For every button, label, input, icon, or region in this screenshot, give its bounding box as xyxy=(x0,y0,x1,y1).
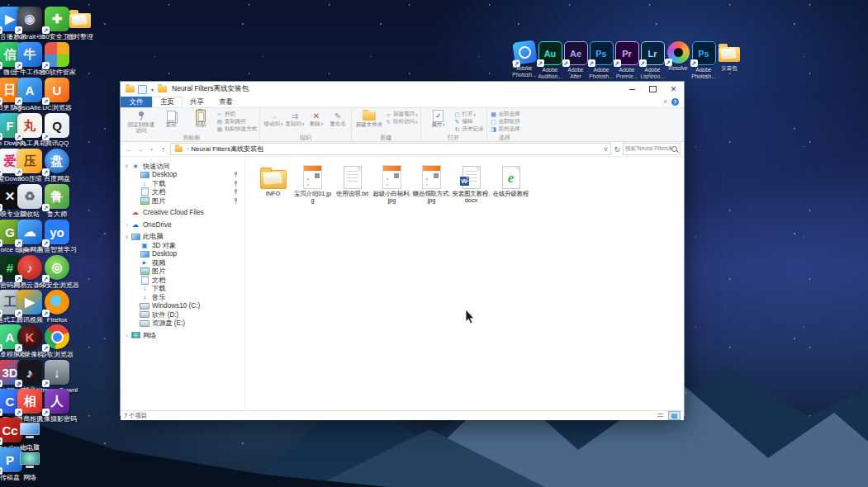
desktop-icon-this-pc[interactable]: 此电脑 xyxy=(7,418,53,452)
desktop-icon-firefox[interactable]: ↗Firefox xyxy=(34,290,80,324)
nav-资源盘 (E:)[interactable]: 资源盘 (E:) xyxy=(121,319,244,329)
address-dropdown-icon[interactable]: ∨ xyxy=(604,145,609,153)
nav-下载[interactable]: 下载 xyxy=(121,179,244,188)
up-button[interactable]: ↑ xyxy=(159,145,168,154)
desktop-icon-davinci-resolve[interactable]: ↗Resolve xyxy=(665,41,691,72)
forward-button[interactable]: → xyxy=(135,145,145,154)
desktop-icon-adobe-audition[interactable]: Au↗Adobe Audition... xyxy=(537,41,563,79)
nav-Desktop[interactable]: Desktop xyxy=(121,250,244,259)
title-bar[interactable]: ▾ Neural Filters离线安装包 ✕ xyxy=(121,82,684,97)
temp-folder-icon xyxy=(68,7,92,31)
desktop-icon-label: Adobe Photosh... xyxy=(588,67,614,79)
file-item[interactable]: 赠品领取方式.jpg xyxy=(412,162,451,205)
nav-network[interactable]: ›网络 xyxy=(121,331,244,340)
copy-button[interactable]: 复制 xyxy=(156,109,186,127)
shortcut-arrow-badge: ↗ xyxy=(15,380,22,387)
desktop-icon-label: Adobe After Effects CC... xyxy=(562,67,589,80)
recent-locations-icon[interactable]: ▾ xyxy=(147,146,156,152)
nav-下载[interactable]: 下载 xyxy=(121,285,244,294)
nav-item-label: Windows10 (C:) xyxy=(152,302,200,310)
desktop-icon-adobe-lightroom[interactable]: Lr↗Adobe Lightroo... xyxy=(639,41,666,79)
desktop-icon-label: Adobe Premie... xyxy=(614,67,640,79)
history-button[interactable]: ↻历史记录 xyxy=(453,125,484,133)
help-icon[interactable]: ? xyxy=(671,98,679,106)
tab-home[interactable]: 主页 xyxy=(152,97,183,107)
nav-图片[interactable]: 图片 xyxy=(121,267,244,277)
nav-quick-access[interactable]: ∨快速访问 xyxy=(121,162,244,171)
copy-to-button[interactable]: ⇉复制到▾ xyxy=(284,109,306,128)
thumbnail-view-button[interactable] xyxy=(668,411,681,420)
explorer-body: ∨快速访问Desktop下载文档图片Creative Cloud Files›O… xyxy=(121,157,684,410)
close-button[interactable]: ✕ xyxy=(663,82,684,97)
list-view-button[interactable] xyxy=(654,411,666,420)
nav-视频[interactable]: 视频 xyxy=(121,258,244,267)
desktop-icon-installer-folder[interactable]: 安装包 xyxy=(716,41,742,72)
desktop-icon-baidu-pan[interactable]: 盘↗百度网盘 xyxy=(34,149,80,182)
new-item-button[interactable]: ▱新建项目▾ xyxy=(384,111,418,118)
nav-onedrive[interactable]: ›OneDrive xyxy=(121,220,244,229)
quick-access-customize-icon[interactable]: ▾ xyxy=(151,87,154,92)
desktop-icon-360-manager[interactable]: ↗360软件管家 xyxy=(34,42,80,76)
refresh-icon[interactable]: ↻ xyxy=(614,145,620,154)
delete-button[interactable]: ✕删除▾ xyxy=(306,109,327,128)
desktop-icon-chrome[interactable]: ↗谷歌浏览器 xyxy=(34,324,80,358)
desktop-icon-adobe-photoshop-camera[interactable]: ↗Adobe Photosh... xyxy=(511,41,538,78)
file-menu-button[interactable]: 文件 xyxy=(121,97,152,107)
file-item[interactable]: W安装图文教程.docx xyxy=(452,162,491,205)
new-folder-button[interactable]: 新建文件夹 xyxy=(354,109,384,127)
search-box[interactable]: 搜索"Neural Filters离线安装... xyxy=(623,143,681,155)
desktop-icon-ludashi[interactable]: 鲁↗鲁大师 xyxy=(34,184,80,218)
desktop-icon-uc-browser[interactable]: U↗UC浏览器 xyxy=(34,78,80,111)
back-button[interactable]: ← xyxy=(124,145,133,154)
file-item[interactable]: 超级小白福利.jpg xyxy=(372,162,411,205)
minimize-button[interactable] xyxy=(622,82,643,97)
desktop-icon-adobe-photoshop-2[interactable]: Ps↗Adobe Photosh... xyxy=(690,41,717,79)
nav-文档[interactable]: 文档 xyxy=(121,188,244,197)
file-item[interactable]: 宝贝介绍01.jpg xyxy=(293,162,332,205)
desktop-icon-adobe-photoshop[interactable]: Ps↗Adobe Photosh... xyxy=(588,41,614,79)
nav-Desktop[interactable]: Desktop xyxy=(121,171,244,180)
shortcut-arrow-badge: ↗ xyxy=(614,59,621,67)
select-all-button[interactable]: ▦全部选择 xyxy=(490,111,520,118)
file-item[interactable]: e在线升级教程 xyxy=(491,162,530,197)
pin-to-quick-access-button[interactable]: 固定到快速访问 xyxy=(126,109,156,133)
invert-selection-button[interactable]: ◨反向选择 xyxy=(490,125,520,133)
nav-图片[interactable]: 图片 xyxy=(121,196,244,206)
file-item[interactable]: 使用说明.txt xyxy=(333,162,372,197)
paste-button[interactable]: 粘贴 xyxy=(186,109,216,127)
file-item[interactable]: INFO xyxy=(254,162,292,197)
open-button[interactable]: ▢打开▾ xyxy=(453,111,484,118)
edit-button[interactable]: ✎编辑 xyxy=(453,118,484,125)
tab-share[interactable]: 共享 xyxy=(183,97,211,107)
copy-path-button[interactable]: ▤复制路径 xyxy=(216,118,257,125)
search-icon xyxy=(671,146,677,152)
breadcrumb[interactable]: Neural Filters离线安装包 xyxy=(191,144,263,154)
desktop-icon-adobe-premiere[interactable]: Pr↗Adobe Premie... xyxy=(614,41,640,79)
easy-access-button[interactable]: ↯轻松访问▾ xyxy=(384,118,418,125)
desktop-icon-360-browser[interactable]: ◎↗360安全浏览器 xyxy=(34,255,80,289)
desktop-icon-network[interactable]: 网络 xyxy=(7,447,53,481)
nav-文档[interactable]: 文档 xyxy=(121,276,244,285)
move-to-button[interactable]: →移动到▾ xyxy=(263,109,284,128)
maximize-button[interactable] xyxy=(643,82,663,97)
nav-this-pc[interactable]: ∨此电脑 xyxy=(121,233,244,242)
nav-3D 对象[interactable]: 3D 对象 xyxy=(121,241,244,250)
properties-button[interactable]: ✓ 属性▾ xyxy=(424,109,453,128)
nav-item-label: Desktop xyxy=(152,171,177,178)
tab-view[interactable]: 查看 xyxy=(211,97,240,107)
desktop-icon-youdao[interactable]: yo↗有道智慧学习 xyxy=(34,220,80,253)
nav-creative-cloud[interactable]: Creative Cloud Files xyxy=(121,209,244,218)
quick-access-toolbar-icon[interactable] xyxy=(138,85,147,94)
nav-音乐[interactable]: 音乐 xyxy=(121,293,244,302)
address-input[interactable]: › Neural Filters离线安装包 ∨ xyxy=(170,143,611,155)
nav-Windows10 (C:)[interactable]: Windows10 (C:) xyxy=(121,302,244,311)
cut-button[interactable]: ✂剪切 xyxy=(216,111,257,118)
desktop-icon-adobe-after-effects[interactable]: Ae↗Adobe After Effects CC... xyxy=(562,41,589,80)
paste-shortcut-button[interactable]: ▦粘贴快捷方式 xyxy=(216,125,257,133)
nav-软件 (D:)[interactable]: 软件 (D:) xyxy=(121,310,244,319)
desktop-icon-tencent-qq[interactable]: Q↗腾讯QQ xyxy=(34,113,80,147)
desktop-icon-temp-folder[interactable]: 临时整理 xyxy=(57,7,103,40)
rename-button[interactable]: ✎重命名 xyxy=(327,109,349,128)
select-none-button[interactable]: ▢全部取消 xyxy=(490,118,520,125)
collapse-ribbon-icon[interactable]: ∧ xyxy=(663,98,667,105)
